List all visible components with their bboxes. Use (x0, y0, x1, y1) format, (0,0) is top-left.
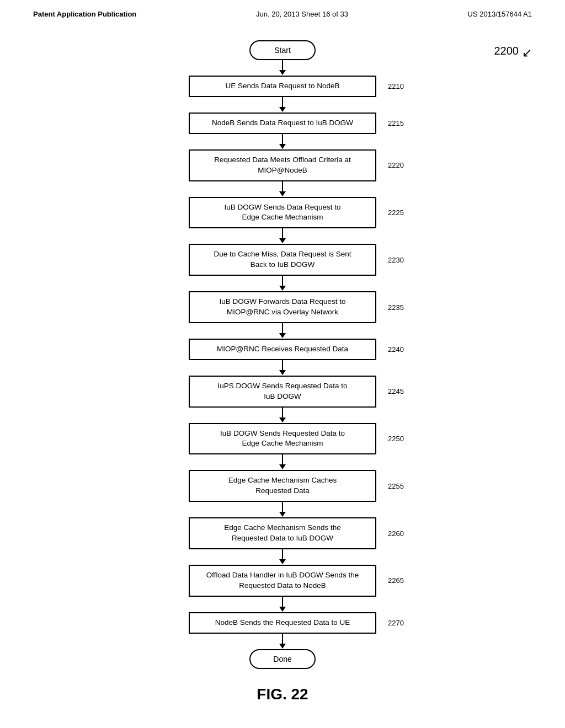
final-arrow (279, 634, 286, 649)
flowchart: Start UE Sends Data Request to NodeB2210… (161, 40, 404, 669)
step-arrow-6 (145, 323, 420, 339)
step-number-2250: 2250 (388, 435, 404, 443)
step-box-2245: IuPS DOGW Sends Requested Data toIuB DOG… (189, 376, 376, 408)
step-box-2250: IuB DOGW Sends Requested Data toEdge Cac… (189, 423, 376, 455)
step-arrow-9 (145, 454, 420, 470)
step-row-2210: UE Sends Data Request to NodeB2210 (145, 76, 420, 97)
step-row-2265: Offload Data Handler in IuB DOGW Sends t… (145, 565, 420, 597)
step-number-2260: 2260 (388, 529, 404, 538)
step-box-2255: Edge Cache Mechanism CachesRequested Dat… (189, 470, 376, 502)
start-oval: Start (249, 40, 316, 60)
step-box-2230: Due to Cache Miss, Data Request is SentB… (189, 244, 376, 276)
step-row-2245: IuPS DOGW Sends Requested Data toIuB DOG… (145, 376, 420, 408)
step-number-2265: 2265 (388, 576, 404, 585)
step-box-2235: IuB DOGW Forwards Data Request toMIOP@RN… (189, 291, 376, 323)
diagram-arrow-icon: ↙ (522, 46, 532, 60)
step-arrow-2 (145, 134, 420, 149)
step-row-2240: MIOP@RNC Receives Requested Data2240 (145, 339, 420, 360)
step-box-2270: NodeB Sends the Requested Data to UE (189, 612, 376, 634)
step-arrow-11 (145, 549, 420, 565)
step-number-2230: 2230 (388, 256, 404, 264)
step-arrow-7 (145, 360, 420, 376)
step-row-2270: NodeB Sends the Requested Data to UE2270 (145, 612, 420, 634)
figure-label: FIG. 22 (257, 686, 308, 703)
step-row-2250: IuB DOGW Sends Requested Data toEdge Cac… (145, 423, 420, 455)
step-box-2225: IuB DOGW Sends Data Request toEdge Cache… (189, 197, 376, 229)
step-row-2225: IuB DOGW Sends Data Request toEdge Cache… (145, 197, 420, 229)
step-arrow-4 (145, 228, 420, 244)
step-number-2270: 2270 (388, 619, 404, 627)
step-number-2215: 2215 (388, 119, 404, 127)
step-box-2215: NodeB Sends Data Request to IuB DOGW (189, 113, 376, 134)
step-box-2240: MIOP@RNC Receives Requested Data (189, 339, 376, 360)
step-row-2235: IuB DOGW Forwards Data Request toMIOP@RN… (145, 291, 420, 323)
step-number-2240: 2240 (388, 345, 404, 354)
step-arrow-1 (145, 97, 420, 113)
step-box-2210: UE Sends Data Request to NodeB (189, 76, 376, 97)
step-box-2260: Edge Cache Mechanism Sends theRequested … (189, 517, 376, 549)
step-number-2220: 2220 (388, 161, 404, 169)
step-box-2220: Requested Data Meets Offload Criteria at… (189, 149, 376, 181)
step-arrow-0 (145, 60, 420, 76)
step-number-2235: 2235 (388, 303, 404, 312)
diagram-number: 2200 (494, 45, 519, 57)
step-arrow-12 (145, 597, 420, 612)
header-center: Jun. 20, 2013 Sheet 16 of 33 (256, 10, 348, 18)
step-number-2255: 2255 (388, 482, 404, 490)
step-arrow-5 (145, 276, 420, 291)
steps-container: UE Sends Data Request to NodeB2210NodeB … (145, 60, 420, 634)
step-arrow-8 (145, 408, 420, 423)
step-row-2255: Edge Cache Mechanism CachesRequested Dat… (145, 470, 420, 502)
step-number-2225: 2225 (388, 208, 404, 217)
step-arrow-3 (145, 181, 420, 197)
step-number-2245: 2245 (388, 387, 404, 395)
step-row-2260: Edge Cache Mechanism Sends theRequested … (145, 517, 420, 549)
diagram-container: 2200 ↙ Start UE Sends Data Request to No… (0, 24, 565, 714)
step-number-2210: 2210 (388, 82, 404, 90)
header-right: US 2013/157644 A1 (468, 10, 532, 18)
page-header: Patent Application Publication Jun. 20, … (0, 0, 565, 24)
step-arrow-10 (145, 502, 420, 517)
header-left: Patent Application Publication (33, 10, 136, 18)
done-oval: Done (249, 649, 316, 669)
step-row-2220: Requested Data Meets Offload Criteria at… (145, 149, 420, 181)
step-row-2215: NodeB Sends Data Request to IuB DOGW2215 (145, 113, 420, 134)
step-box-2265: Offload Data Handler in IuB DOGW Sends t… (189, 565, 376, 597)
step-row-2230: Due to Cache Miss, Data Request is SentB… (145, 244, 420, 276)
